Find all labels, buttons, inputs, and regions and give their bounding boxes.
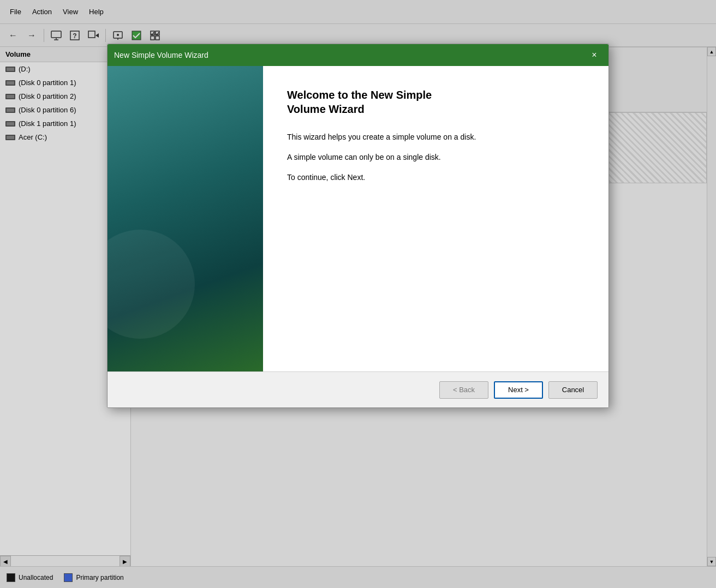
- wizard-paragraph-1: This wizard helps you create a simple vo…: [287, 131, 584, 143]
- wizard-footer: < Back Next > Cancel: [108, 371, 608, 407]
- wizard-heading: Welcome to the New SimpleVolume Wizard: [287, 88, 584, 116]
- wizard-back-button[interactable]: < Back: [439, 381, 488, 399]
- wizard-paragraph-3: To continue, click Next.: [287, 172, 584, 183]
- wizard-titlebar: New Simple Volume Wizard ×: [108, 44, 608, 66]
- wizard-paragraph-2: A simple volume can only be on a single …: [287, 152, 584, 163]
- wizard-dialog: New Simple Volume Wizard × Welcome to th…: [107, 44, 609, 408]
- wizard-body: Welcome to the New SimpleVolume Wizard T…: [108, 66, 608, 371]
- wizard-sidebar-art: [108, 66, 263, 371]
- wizard-close-button[interactable]: ×: [587, 49, 602, 62]
- wizard-next-button[interactable]: Next >: [494, 381, 543, 399]
- wizard-title: New Simple Volume Wizard: [114, 51, 208, 59]
- wizard-content: Welcome to the New SimpleVolume Wizard T…: [263, 66, 608, 371]
- wizard-cancel-button[interactable]: Cancel: [548, 381, 598, 399]
- wizard-decoration: [108, 230, 195, 339]
- modal-overlay: New Simple Volume Wizard × Welcome to th…: [0, 0, 716, 588]
